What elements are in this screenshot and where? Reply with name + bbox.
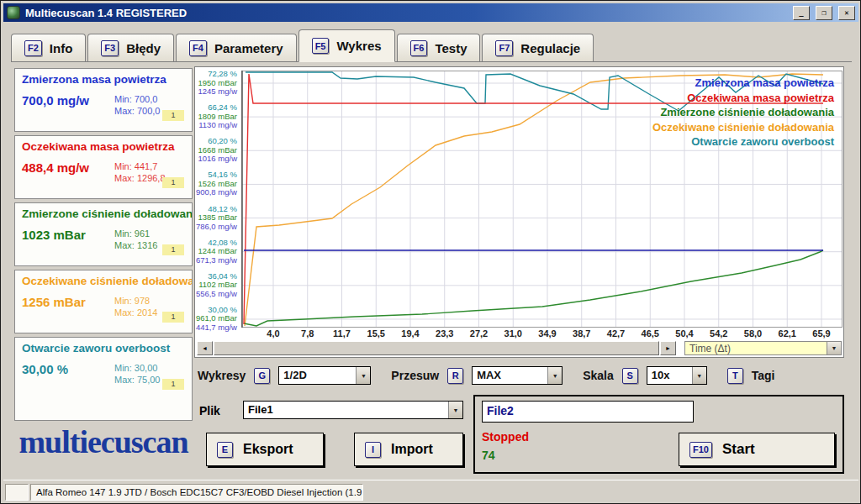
tagi-label[interactable]: Tagi: [752, 369, 775, 382]
time-axis-select[interactable]: Time (Δt) ▼: [684, 341, 842, 355]
skala-select-value: 10x: [647, 367, 692, 384]
series-zmierzone-ci-nienie-do-adowania: [244, 250, 823, 326]
plik-label: Plik: [199, 404, 220, 417]
tab-wykres[interactable]: F5Wykres: [298, 29, 395, 62]
panel-value: 30,00 %: [22, 362, 114, 376]
chart-controls-row: Wykresy G 1/2D ▼ Przesuw R MAX ▼ Skala S…: [198, 363, 845, 388]
scrollbar-thumb[interactable]: [214, 341, 659, 355]
chart-scroll-row: ◄ ► Time (Δt) ▼: [197, 341, 842, 355]
tab-parametery[interactable]: F4Parametery: [176, 34, 297, 61]
tab-label: Testy: [435, 41, 467, 55]
chart-box: Zmierzona masa powietrzaOczekiwana masa …: [194, 66, 844, 358]
wykresy-key-badge: G: [254, 368, 270, 384]
tab-key-badge: F4: [189, 40, 207, 56]
chevron-down-icon[interactable]: ▼: [356, 367, 370, 384]
import-button[interactable]: I Import: [354, 433, 463, 466]
x-tick-label: 58,0: [744, 328, 762, 339]
x-tick-label: 7,8: [301, 328, 314, 339]
vehicle-info-text: Alfa Romeo 147 1.9 JTD / Bosch EDC15C7 C…: [30, 484, 363, 501]
title-bar: Multiecuscan 1.4 REGISTERED _ ❐ ✕: [3, 3, 858, 22]
y-axis-group: 60,20 %1668 mBar1016 mg/w: [195, 137, 237, 164]
skala-select[interactable]: 10x ▼: [647, 366, 707, 385]
tab-key-badge: F6: [410, 40, 428, 56]
statusbar-empty-cell: [5, 484, 29, 501]
x-tick-label: 31,0: [504, 328, 522, 339]
y-axis-group: 42,08 %1244 mBar671,3 mg/w: [195, 239, 237, 265]
y-axis-group: 66,24 %1809 mBar1130 mg/w: [195, 103, 237, 130]
x-tick-label: 54,2: [710, 328, 727, 339]
chevron-down-icon[interactable]: ▼: [692, 367, 706, 384]
panel-title: Oczekiwana masa powietrza: [22, 140, 185, 153]
y-axis-group: 36,04 %1102 mBar556,5 mg/w: [195, 272, 237, 299]
file-select[interactable]: File1 ▼: [243, 401, 463, 419]
param-panel-zmierzone-ci-nienie-do-adowania[interactable]: Zmierzone ciśnienie doładowania1023 mBar…: [14, 202, 193, 266]
start-button[interactable]: F10 Start: [679, 433, 835, 466]
param-panel-zmierzona-masa-powietrza[interactable]: Zmierzona masa powietrza700,0 mg/wMin: 7…: [14, 68, 193, 132]
tab-key-badge: F7: [495, 40, 513, 56]
panel-badge: 1: [162, 177, 184, 188]
file-name-input[interactable]: File2: [482, 401, 694, 423]
x-tick-label: 50,4: [675, 328, 693, 339]
y-axis-group: 72,28 %1950 mBar1245 mg/w: [195, 70, 237, 97]
restore-button[interactable]: ❐: [816, 6, 832, 20]
sample-counter: 74: [482, 449, 495, 462]
wykresy-select[interactable]: 1/2D ▼: [278, 366, 371, 385]
panel-value: 700,0 mg/w: [22, 93, 114, 108]
tagi-key-badge: T: [727, 368, 743, 384]
x-tick-label: 38,7: [573, 328, 590, 339]
tab-label: Regulacje: [520, 41, 580, 55]
scroll-left-icon[interactable]: ◄: [197, 341, 213, 355]
file-select-value: File1: [244, 402, 448, 418]
start-button-label: Start: [722, 441, 755, 458]
file-section: Plik File1 ▼ E Eksport I Import: [194, 396, 470, 475]
panel-badge: 1: [162, 379, 184, 390]
minimize-button[interactable]: _: [793, 6, 810, 20]
series-oczekiwane-ci-nienie-do-adowania: [245, 74, 823, 326]
wykresy-select-value: 1/2D: [279, 367, 356, 384]
tab-label: Info: [50, 41, 73, 55]
y-axis-group: 48,12 %1385 mBar786,0 mg/w: [195, 205, 237, 232]
tab-info[interactable]: F2Info: [11, 34, 86, 61]
panel-badge: 1: [162, 244, 184, 255]
x-tick-label: 15,5: [367, 328, 385, 339]
time-axis-value: Time (Δt): [685, 342, 827, 354]
wykresy-label: Wykresy: [198, 369, 246, 382]
chevron-down-icon[interactable]: ▼: [827, 342, 841, 354]
series-otwarcie-zaworu-overboost: [246, 72, 823, 111]
tab-b-dy[interactable]: F3Błędy: [87, 34, 174, 61]
tab-key-badge: F3: [101, 40, 119, 56]
close-button[interactable]: ✕: [838, 6, 855, 20]
przesuw-select[interactable]: MAX ▼: [472, 366, 563, 385]
y-axis-group: 54,16 %1526 mBar900,8 mg/w: [195, 171, 237, 197]
import-button-label: Import: [391, 442, 433, 457]
param-panel-otwarcie-zaworu-overboost[interactable]: Otwarcie zaworu overboost30,00 %Min: 30,…: [14, 337, 193, 421]
tab-testy[interactable]: F6Testy: [397, 34, 481, 61]
import-key-badge: I: [365, 442, 381, 458]
status-bar: Alfa Romeo 147 1.9 JTD / Bosch EDC15C7 C…: [3, 480, 858, 501]
application-window: Multiecuscan 1.4 REGISTERED _ ❐ ✕ F2Info…: [0, 0, 861, 504]
start-key-badge: F10: [689, 442, 712, 458]
eksport-button-label: Eksport: [243, 442, 293, 457]
panel-title: Zmierzone ciśnienie doładowania: [22, 207, 185, 220]
x-tick-label: 46,5: [642, 328, 659, 339]
chart-plot[interactable]: [241, 71, 843, 328]
y-axis-group: 30,00 %961,0 mBar441,7 mg/w: [195, 306, 237, 333]
tab-label: Błędy: [126, 41, 161, 55]
scroll-right-icon[interactable]: ►: [660, 341, 676, 355]
eksport-button[interactable]: E Eksport: [206, 433, 324, 466]
panel-value: 1256 mBar: [22, 295, 114, 309]
tab-key-badge: F2: [24, 40, 42, 56]
skala-label: Skala: [583, 369, 614, 382]
eksport-key-badge: E: [217, 442, 233, 458]
tab-regulacje[interactable]: F7Regulacje: [482, 34, 594, 61]
chevron-down-icon[interactable]: ▼: [448, 402, 462, 418]
param-panel-oczekiwana-masa-powietrza[interactable]: Oczekiwana masa powietrza488,4 mg/wMin: …: [14, 135, 193, 199]
x-tick-label: 27,2: [470, 328, 488, 339]
x-tick-label: 11,7: [333, 328, 351, 339]
tab-label: Parametery: [214, 41, 283, 55]
panel-title: Zmierzona masa powietrza: [22, 73, 185, 86]
horizontal-scrollbar: ◄ ►: [197, 341, 676, 355]
sidebar-panels: Zmierzona masa powietrza700,0 mg/wMin: 7…: [14, 68, 193, 421]
chevron-down-icon[interactable]: ▼: [547, 367, 562, 384]
param-panel-oczekiwane-ci-nienie-do-adowania[interactable]: Oczekiwane ciśnienie doładowania1256 mBa…: [14, 270, 193, 333]
